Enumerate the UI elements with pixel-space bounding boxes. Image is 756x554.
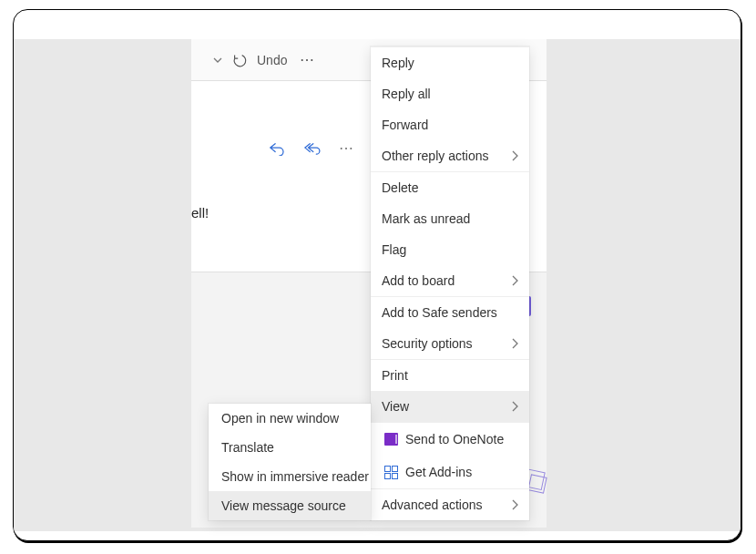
reply-all-icon[interactable] <box>302 141 321 156</box>
menu-item-view[interactable]: View <box>371 391 529 422</box>
menu-item-mark-unread[interactable]: Mark as unread <box>371 203 529 234</box>
context-menu: Reply Reply all Forward Other reply acti… <box>371 46 529 520</box>
onenote-icon <box>382 433 400 446</box>
view-submenu: Open in new window Translate Show in imm… <box>209 404 371 520</box>
menu-item-flag[interactable]: Flag <box>371 234 529 265</box>
submenu-item-open-new-window[interactable]: Open in new window <box>209 404 371 433</box>
menu-item-print[interactable]: Print <box>371 360 529 391</box>
menu-item-get-addins[interactable]: Get Add-ins <box>371 456 529 488</box>
submenu-item-immersive-reader[interactable]: Show in immersive reader <box>209 462 371 491</box>
submenu-item-view-message-source[interactable]: View message source <box>209 491 371 520</box>
menu-item-safe-senders[interactable]: Add to Safe senders <box>371 297 529 328</box>
message-snippet: ell! <box>191 205 209 221</box>
undo-button[interactable]: Undo <box>257 53 287 67</box>
menu-item-forward[interactable]: Forward <box>371 109 529 140</box>
reply-icon[interactable] <box>268 141 284 156</box>
menu-item-other-reply[interactable]: Other reply actions <box>371 140 529 171</box>
menu-item-reply[interactable]: Reply <box>371 47 529 78</box>
chevron-right-icon <box>511 338 518 349</box>
addins-icon <box>382 466 400 479</box>
chevron-right-icon <box>511 150 518 161</box>
menu-item-reply-all[interactable]: Reply all <box>371 78 529 109</box>
chevron-right-icon <box>511 401 518 412</box>
chevron-down-icon[interactable] <box>213 56 222 65</box>
chevron-right-icon <box>511 499 518 510</box>
chevron-right-icon <box>511 275 518 286</box>
menu-item-delete[interactable]: Delete <box>371 172 529 203</box>
menu-item-advanced-actions[interactable]: Advanced actions <box>371 489 529 520</box>
submenu-item-translate[interactable]: Translate <box>209 433 371 462</box>
undo-icon[interactable] <box>231 52 248 68</box>
decoration-icon <box>527 474 547 493</box>
app-frame: Undo ⋯ ⋯ ell! Reply Reply all Forward Ot… <box>13 9 741 541</box>
menu-item-security-options[interactable]: Security options <box>371 328 529 359</box>
menu-item-add-to-board[interactable]: Add to board <box>371 265 529 296</box>
more-icon[interactable]: ⋯ <box>296 51 319 68</box>
message-more-icon[interactable]: ⋯ <box>339 139 354 157</box>
menu-item-send-onenote[interactable]: Send to OneNote <box>371 423 529 456</box>
